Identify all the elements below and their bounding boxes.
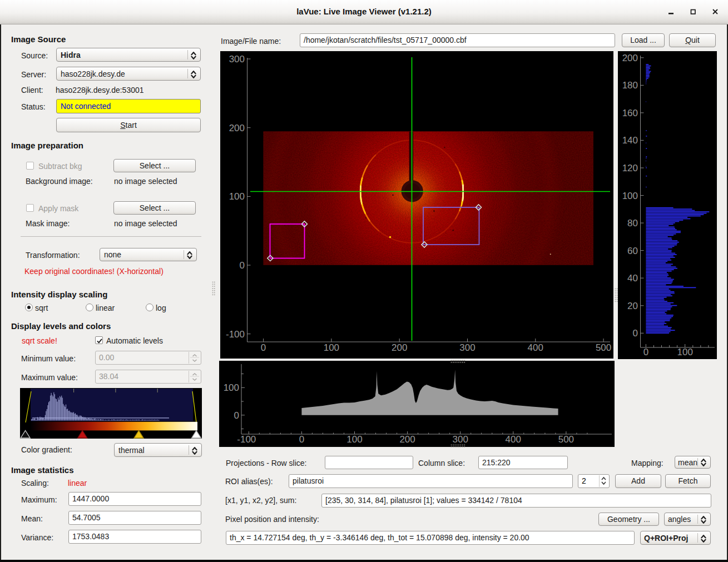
svg-text:200: 200 bbox=[392, 342, 407, 353]
svg-text:100: 100 bbox=[677, 347, 693, 357]
svg-text:300: 300 bbox=[229, 54, 245, 64]
svg-text:200: 200 bbox=[399, 434, 415, 445]
svg-text:60: 60 bbox=[627, 246, 638, 256]
svg-text:80: 80 bbox=[627, 218, 638, 228]
svg-text:0: 0 bbox=[240, 260, 245, 271]
svg-text:300: 300 bbox=[453, 434, 468, 445]
svg-text:100: 100 bbox=[324, 342, 339, 353]
svg-text:200: 200 bbox=[622, 53, 638, 63]
svg-text:300: 300 bbox=[459, 342, 475, 353]
svg-text:500: 500 bbox=[596, 342, 611, 353]
svg-text:100: 100 bbox=[622, 191, 638, 201]
svg-text:0: 0 bbox=[261, 342, 266, 353]
svg-text:400: 400 bbox=[528, 342, 543, 353]
svg-text:180: 180 bbox=[622, 80, 638, 91]
svg-text:400: 400 bbox=[506, 434, 521, 445]
svg-text:40: 40 bbox=[627, 273, 638, 284]
svg-text:100: 100 bbox=[224, 382, 239, 393]
svg-text:0: 0 bbox=[299, 434, 304, 445]
svg-text:-100: -100 bbox=[226, 329, 245, 340]
svg-text:20: 20 bbox=[627, 301, 638, 311]
svg-text:100: 100 bbox=[229, 191, 245, 202]
svg-text:140: 140 bbox=[622, 135, 638, 146]
svg-text:200: 200 bbox=[229, 123, 245, 133]
svg-text:0: 0 bbox=[643, 347, 648, 357]
svg-text:0: 0 bbox=[633, 328, 638, 339]
svg-text:-100: -100 bbox=[237, 434, 256, 445]
svg-text:160: 160 bbox=[622, 108, 638, 118]
svg-text:500: 500 bbox=[558, 434, 574, 445]
svg-text:100: 100 bbox=[346, 434, 362, 445]
svg-text:0: 0 bbox=[234, 410, 239, 421]
svg-text:120: 120 bbox=[622, 163, 638, 173]
